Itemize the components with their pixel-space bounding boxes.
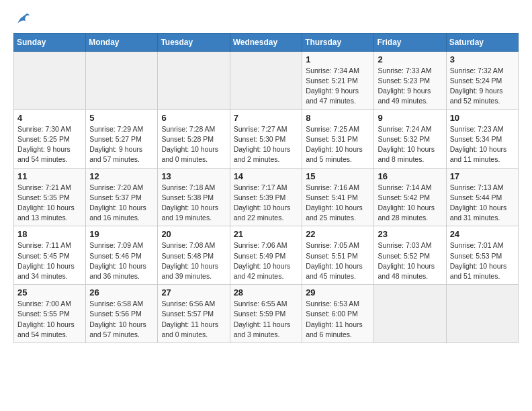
day-info: Sunrise: 6:55 AM Sunset: 5:59 PM Dayligh… — [234, 299, 299, 340]
calendar-cell: 21Sunrise: 7:06 AM Sunset: 5:49 PM Dayli… — [230, 226, 302, 285]
calendar-cell: 8Sunrise: 7:25 AM Sunset: 5:31 PM Daylig… — [302, 109, 374, 168]
calendar-cell: 25Sunrise: 7:00 AM Sunset: 5:55 PM Dayli… — [14, 285, 86, 343]
weekday-header-friday: Friday — [374, 33, 446, 51]
calendar-cell: 16Sunrise: 7:14 AM Sunset: 5:42 PM Dayli… — [374, 168, 446, 226]
calendar-cell: 27Sunrise: 6:56 AM Sunset: 5:57 PM Dayli… — [158, 285, 230, 343]
day-number: 3 — [450, 54, 515, 64]
day-number: 16 — [378, 171, 442, 181]
day-number: 6 — [161, 113, 226, 123]
calendar-week-5: 25Sunrise: 7:00 AM Sunset: 5:55 PM Dayli… — [14, 285, 519, 343]
day-number: 20 — [161, 229, 226, 239]
day-number: 21 — [234, 229, 299, 239]
calendar-cell: 3Sunrise: 7:32 AM Sunset: 5:24 PM Daylig… — [446, 51, 518, 109]
calendar-cell — [374, 285, 446, 343]
day-info: Sunrise: 7:13 AM Sunset: 5:44 PM Dayligh… — [450, 183, 515, 224]
calendar-cell: 19Sunrise: 7:09 AM Sunset: 5:46 PM Dayli… — [86, 226, 158, 285]
day-info: Sunrise: 7:21 AM Sunset: 5:35 PM Dayligh… — [17, 183, 82, 224]
day-number: 19 — [89, 229, 154, 239]
day-number: 5 — [89, 113, 154, 123]
calendar-cell: 26Sunrise: 6:58 AM Sunset: 5:56 PM Dayli… — [86, 285, 158, 343]
day-info: Sunrise: 7:16 AM Sunset: 5:41 PM Dayligh… — [306, 183, 370, 224]
calendar-week-4: 18Sunrise: 7:11 AM Sunset: 5:45 PM Dayli… — [14, 226, 519, 285]
day-number: 8 — [306, 113, 370, 123]
calendar-cell: 29Sunrise: 6:53 AM Sunset: 6:00 PM Dayli… — [302, 285, 374, 343]
day-info: Sunrise: 7:23 AM Sunset: 5:34 PM Dayligh… — [450, 124, 515, 165]
day-number: 2 — [378, 54, 442, 64]
day-info: Sunrise: 7:34 AM Sunset: 5:21 PM Dayligh… — [306, 66, 370, 107]
day-info: Sunrise: 7:00 AM Sunset: 5:55 PM Dayligh… — [17, 299, 82, 340]
weekday-header-tuesday: Tuesday — [158, 33, 230, 51]
weekday-header-monday: Monday — [86, 33, 158, 51]
day-number: 15 — [306, 171, 370, 181]
calendar-cell — [14, 51, 86, 109]
calendar-cell — [86, 51, 158, 109]
day-number: 28 — [234, 287, 299, 298]
logo-bird-icon — [15, 11, 30, 26]
calendar-cell — [230, 51, 302, 109]
day-info: Sunrise: 7:03 AM Sunset: 5:52 PM Dayligh… — [378, 240, 442, 281]
day-number: 4 — [17, 113, 82, 123]
calendar-cell: 9Sunrise: 7:24 AM Sunset: 5:32 PM Daylig… — [374, 109, 446, 168]
calendar-cell: 5Sunrise: 7:29 AM Sunset: 5:27 PM Daylig… — [86, 109, 158, 168]
day-number: 18 — [17, 229, 82, 239]
day-number: 11 — [17, 171, 82, 181]
weekday-header-sunday: Sunday — [14, 33, 86, 51]
day-number: 1 — [306, 54, 370, 64]
calendar-cell: 28Sunrise: 6:55 AM Sunset: 5:59 PM Dayli… — [230, 285, 302, 343]
calendar-cell: 12Sunrise: 7:20 AM Sunset: 5:37 PM Dayli… — [86, 168, 158, 226]
day-number: 25 — [17, 287, 82, 298]
day-number: 17 — [450, 171, 515, 181]
calendar-cell: 18Sunrise: 7:11 AM Sunset: 5:45 PM Dayli… — [14, 226, 86, 285]
day-number: 7 — [234, 113, 299, 123]
day-info: Sunrise: 7:18 AM Sunset: 5:38 PM Dayligh… — [161, 183, 226, 224]
day-info: Sunrise: 7:01 AM Sunset: 5:53 PM Dayligh… — [450, 240, 515, 281]
day-info: Sunrise: 7:06 AM Sunset: 5:49 PM Dayligh… — [234, 240, 299, 281]
calendar-cell: 23Sunrise: 7:03 AM Sunset: 5:52 PM Dayli… — [374, 226, 446, 285]
logo — [13, 11, 32, 26]
calendar-cell: 13Sunrise: 7:18 AM Sunset: 5:38 PM Dayli… — [158, 168, 230, 226]
calendar-table: SundayMondayTuesdayWednesdayThursdayFrid… — [13, 33, 519, 343]
day-info: Sunrise: 7:08 AM Sunset: 5:48 PM Dayligh… — [161, 240, 226, 281]
calendar-cell: 20Sunrise: 7:08 AM Sunset: 5:48 PM Dayli… — [158, 226, 230, 285]
day-info: Sunrise: 7:09 AM Sunset: 5:46 PM Dayligh… — [89, 240, 154, 281]
day-number: 12 — [89, 171, 154, 181]
day-number: 26 — [89, 287, 154, 298]
calendar-cell: 14Sunrise: 7:17 AM Sunset: 5:39 PM Dayli… — [230, 168, 302, 226]
calendar-cell — [446, 285, 518, 343]
calendar-cell: 22Sunrise: 7:05 AM Sunset: 5:51 PM Dayli… — [302, 226, 374, 285]
day-number: 29 — [306, 287, 370, 298]
calendar-cell: 24Sunrise: 7:01 AM Sunset: 5:53 PM Dayli… — [446, 226, 518, 285]
weekday-header-saturday: Saturday — [446, 33, 518, 51]
calendar-cell — [158, 51, 230, 109]
day-info: Sunrise: 6:53 AM Sunset: 6:00 PM Dayligh… — [306, 299, 370, 340]
day-number: 14 — [234, 171, 299, 181]
day-info: Sunrise: 7:32 AM Sunset: 5:24 PM Dayligh… — [450, 66, 515, 107]
day-number: 24 — [450, 229, 515, 239]
weekday-header-thursday: Thursday — [302, 33, 374, 51]
calendar-cell: 10Sunrise: 7:23 AM Sunset: 5:34 PM Dayli… — [446, 109, 518, 168]
page-header — [13, 11, 519, 26]
calendar-cell: 17Sunrise: 7:13 AM Sunset: 5:44 PM Dayli… — [446, 168, 518, 226]
day-info: Sunrise: 7:28 AM Sunset: 5:28 PM Dayligh… — [161, 124, 226, 165]
day-info: Sunrise: 7:25 AM Sunset: 5:31 PM Dayligh… — [306, 124, 370, 165]
day-info: Sunrise: 7:24 AM Sunset: 5:32 PM Dayligh… — [378, 124, 442, 165]
weekday-header-row: SundayMondayTuesdayWednesdayThursdayFrid… — [14, 33, 519, 51]
calendar-cell: 1Sunrise: 7:34 AM Sunset: 5:21 PM Daylig… — [302, 51, 374, 109]
calendar-week-3: 11Sunrise: 7:21 AM Sunset: 5:35 PM Dayli… — [14, 168, 519, 226]
calendar-cell: 11Sunrise: 7:21 AM Sunset: 5:35 PM Dayli… — [14, 168, 86, 226]
day-number: 9 — [378, 113, 442, 123]
calendar-cell: 15Sunrise: 7:16 AM Sunset: 5:41 PM Dayli… — [302, 168, 374, 226]
calendar-cell: 7Sunrise: 7:27 AM Sunset: 5:30 PM Daylig… — [230, 109, 302, 168]
day-info: Sunrise: 7:05 AM Sunset: 5:51 PM Dayligh… — [306, 240, 370, 281]
day-info: Sunrise: 7:20 AM Sunset: 5:37 PM Dayligh… — [89, 183, 154, 224]
day-info: Sunrise: 7:29 AM Sunset: 5:27 PM Dayligh… — [89, 124, 154, 165]
calendar-week-1: 1Sunrise: 7:34 AM Sunset: 5:21 PM Daylig… — [14, 51, 519, 109]
day-info: Sunrise: 7:14 AM Sunset: 5:42 PM Dayligh… — [378, 183, 442, 224]
day-info: Sunrise: 6:58 AM Sunset: 5:56 PM Dayligh… — [89, 299, 154, 340]
day-info: Sunrise: 7:27 AM Sunset: 5:30 PM Dayligh… — [234, 124, 299, 165]
day-number: 22 — [306, 229, 370, 239]
day-number: 27 — [161, 287, 226, 298]
calendar-cell: 2Sunrise: 7:33 AM Sunset: 5:23 PM Daylig… — [374, 51, 446, 109]
day-info: Sunrise: 6:56 AM Sunset: 5:57 PM Dayligh… — [161, 299, 226, 340]
calendar-cell: 4Sunrise: 7:30 AM Sunset: 5:25 PM Daylig… — [14, 109, 86, 168]
